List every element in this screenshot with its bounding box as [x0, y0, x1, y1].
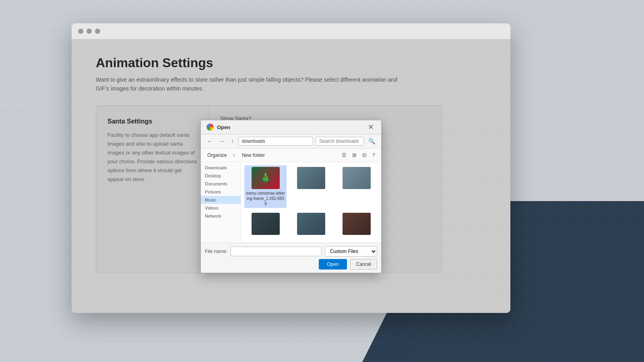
view-icons: ☰ ⊞ ⊟ ?	[340, 151, 377, 159]
sidebar-item-pictures[interactable]: Pictures	[201, 188, 241, 196]
view-grid-button[interactable]: ⊞	[350, 151, 359, 159]
file-name-christmas: merry-christmas-lettering-frame_1 262-68…	[246, 191, 285, 206]
dialog-actions: Open Cancel	[205, 259, 377, 269]
filename-input[interactable]	[231, 247, 322, 256]
file-thumb-christmas	[252, 167, 280, 189]
file-thumb-photo4	[252, 213, 280, 235]
sidebar-item-desktop[interactable]: Desktop	[201, 172, 241, 180]
new-folder-button[interactable]: New folder	[239, 151, 268, 159]
chrome-icon	[206, 123, 214, 131]
organize-bar: Organize ▾ New folder ☰ ⊞ ⊟ ?	[201, 148, 381, 162]
sidebar-item-downloads[interactable]: Downloads	[201, 164, 241, 172]
view-list-button[interactable]: ☰	[340, 151, 349, 159]
search-button[interactable]: 🔍	[366, 137, 377, 146]
dialog-file-area: merry-christmas-lettering-frame_1 262-68…	[241, 162, 381, 243]
file-thumb-photo6	[343, 213, 371, 235]
sidebar-item-network[interactable]: Network	[201, 212, 241, 220]
dialog-body: Downloads Desktop Documents Pictures Mus…	[201, 162, 381, 243]
dialog-footer: File name: Custom Files All Files Image …	[201, 243, 381, 273]
file-item-photo3[interactable]	[336, 165, 378, 208]
file-item-photo6[interactable]	[336, 211, 378, 238]
help-button[interactable]: ?	[370, 151, 377, 159]
file-item-photo5[interactable]	[290, 211, 332, 238]
window-dot-green[interactable]	[95, 29, 100, 34]
browser-titlebar	[72, 23, 510, 39]
sidebar-item-music[interactable]: Music	[201, 196, 241, 204]
view-details-button[interactable]: ⊟	[360, 151, 369, 159]
file-grid: merry-christmas-lettering-frame_1 262-68…	[244, 165, 378, 238]
sidebar-item-documents[interactable]: Documents	[201, 180, 241, 188]
back-button[interactable]: ←	[205, 137, 215, 146]
dialog-sidebar: Downloads Desktop Documents Pictures Mus…	[201, 162, 241, 243]
dialog-title-text: Open	[217, 124, 230, 130]
cancel-button[interactable]: Cancel	[350, 259, 377, 269]
file-thumb-photo3	[343, 167, 371, 189]
search-input[interactable]	[316, 137, 364, 146]
open-button[interactable]: Open	[319, 259, 347, 269]
sidebar-item-videos[interactable]: Videos	[201, 204, 241, 212]
window-dot-red[interactable]	[78, 29, 83, 34]
browser-window: Animation Settings Want to give an extra…	[72, 23, 510, 313]
organize-dropdown-arrow: ▾	[233, 152, 235, 158]
file-open-dialog: Open ✕ ← → ↑ 🔍 Organize ▾ New folder ☰	[200, 120, 382, 273]
browser-content: Animation Settings Want to give an extra…	[72, 39, 510, 313]
file-thumb-photo5	[297, 213, 325, 235]
window-dot-yellow[interactable]	[87, 29, 92, 34]
file-item-christmas[interactable]: merry-christmas-lettering-frame_1 262-68…	[244, 165, 287, 208]
filetype-select[interactable]: Custom Files All Files Image Files	[325, 246, 377, 257]
file-thumb-photo2	[297, 167, 325, 189]
up-button[interactable]: ↑	[229, 137, 236, 146]
forward-button[interactable]: →	[217, 137, 227, 146]
file-item-photo2[interactable]	[290, 165, 332, 208]
filename-label: File name:	[205, 249, 227, 254]
dialog-titlebar: Open ✕	[201, 120, 381, 134]
file-item-photo4[interactable]	[244, 211, 287, 238]
address-bar[interactable]	[238, 137, 313, 146]
filename-row: File name: Custom Files All Files Image …	[205, 246, 377, 257]
organize-button[interactable]: Organize	[205, 151, 229, 159]
dialog-close-button[interactable]: ✕	[366, 123, 376, 131]
dialog-toolbar: ← → ↑ 🔍	[201, 134, 381, 148]
dialog-title-row: Open	[206, 123, 230, 131]
